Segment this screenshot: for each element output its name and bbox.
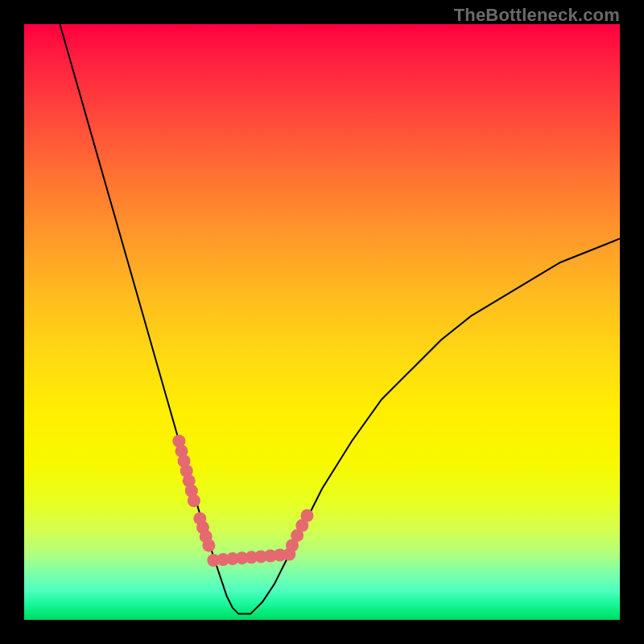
curve-path: [60, 24, 620, 614]
highlight-dots: [172, 435, 313, 567]
highlight-dot: [301, 510, 314, 522]
watermark-text: TheBottleneck.com: [454, 5, 620, 26]
highlight-dot: [188, 494, 200, 507]
bottleneck-curve: [60, 24, 620, 614]
plot-area: [24, 24, 620, 620]
curve-svg: [24, 24, 620, 620]
chart-frame: TheBottleneck.com: [0, 0, 644, 644]
highlight-dot: [202, 539, 215, 552]
